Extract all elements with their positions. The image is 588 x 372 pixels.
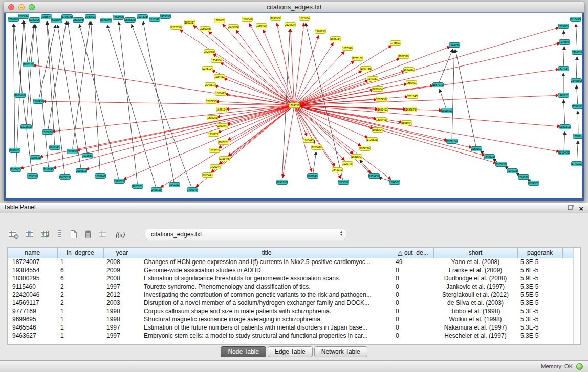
graph-node[interactable]: 21534451 bbox=[219, 156, 230, 161]
graph-node[interactable]: 17295312 bbox=[366, 137, 378, 142]
delete-table-icon[interactable] bbox=[83, 229, 93, 239]
column-header-2[interactable]: year bbox=[103, 248, 141, 258]
graph-node[interactable]: 20630941 bbox=[18, 14, 29, 19]
tab-node-table[interactable]: Node Table bbox=[221, 346, 266, 357]
table-row[interactable]: 969969511998Structural magnetic resonanc… bbox=[8, 315, 574, 323]
graph-node[interactable]: 18003414 bbox=[242, 17, 253, 22]
graph-node[interactable]: 22133421 bbox=[149, 17, 160, 22]
graph-node[interactable]: 18235614 bbox=[132, 184, 143, 189]
graph-node[interactable]: 22751243 bbox=[202, 66, 213, 71]
close-window-button[interactable]: × bbox=[8, 4, 14, 10]
table-row[interactable]: 2242004622012Investigating the contribut… bbox=[8, 291, 574, 299]
graph-node[interactable]: 17240372 bbox=[289, 103, 300, 108]
graph-node[interactable]: 18945962 bbox=[113, 15, 124, 20]
graph-node[interactable]: 17092403 bbox=[187, 187, 198, 192]
graph-node[interactable]: 16910314 bbox=[9, 148, 20, 153]
graph-node[interactable]: 24204562 bbox=[204, 49, 215, 54]
graph-node[interactable]: 16891403 bbox=[95, 173, 106, 179]
graph-node[interactable]: 18432106 bbox=[332, 167, 343, 172]
graph-node[interactable]: 16492312 bbox=[403, 67, 415, 72]
graph-node[interactable]: 20163124 bbox=[76, 168, 87, 173]
graph-node[interactable]: 16815434 bbox=[351, 154, 362, 159]
graph-node[interactable]: 19257704 bbox=[342, 161, 353, 166]
table-row[interactable]: 1456911722003Disruption of a novel membe… bbox=[8, 299, 574, 307]
graph-node[interactable]: 23145203 bbox=[518, 174, 529, 180]
graph-node[interactable]: 18304413 bbox=[376, 117, 387, 122]
graph-node[interactable]: 24145313 bbox=[572, 50, 582, 55]
graph-node[interactable]: 16961343 bbox=[330, 36, 341, 41]
graph-node[interactable]: 18184932 bbox=[215, 91, 226, 96]
graph-node[interactable]: 18903174 bbox=[184, 20, 195, 25]
graph-node[interactable]: 21050314 bbox=[10, 167, 21, 172]
graph-node[interactable]: 22104554 bbox=[558, 150, 570, 155]
graph-node[interactable]: 19235314 bbox=[20, 124, 32, 129]
column-header-6[interactable]: pagerank bbox=[517, 248, 562, 258]
graph-node[interactable]: 20791044 bbox=[446, 139, 458, 144]
minimize-window-button[interactable]: − bbox=[18, 4, 25, 10]
graph-node[interactable]: 26806652 bbox=[8, 17, 19, 22]
graph-node[interactable]: 16461045 bbox=[216, 107, 227, 112]
graph-node[interactable]: 19861301 bbox=[315, 29, 326, 34]
graph-node[interactable]: 19104524 bbox=[368, 173, 380, 179]
graph-node[interactable]: 19134457 bbox=[303, 138, 314, 143]
graph-node[interactable]: 15993214 bbox=[572, 104, 582, 109]
table-row[interactable]: 1872400712008Changes of HCN gene express… bbox=[8, 258, 574, 266]
zoom-window-button[interactable]: + bbox=[29, 4, 35, 10]
graph-node[interactable]: 19344323 bbox=[214, 74, 225, 79]
graph-node[interactable]: 19552243 bbox=[372, 127, 383, 133]
graph-node[interactable]: 19664906 bbox=[256, 23, 267, 28]
graph-node[interactable]: 22639503 bbox=[67, 149, 78, 154]
graph-node[interactable]: 21246271 bbox=[285, 22, 296, 27]
graph-node[interactable]: 18495213 bbox=[484, 154, 495, 159]
column-header-4[interactable]: △ out_de... bbox=[393, 248, 433, 258]
table-row[interactable]: 946362711997Embryonic stem cells: a mode… bbox=[8, 332, 574, 340]
table-row[interactable]: 977716911998Corpus callosum shape and si… bbox=[8, 307, 574, 315]
close-panel-icon[interactable]: × bbox=[579, 205, 583, 212]
graph-node[interactable]: 20893124 bbox=[559, 124, 571, 129]
graph-node[interactable]: 25091034 bbox=[558, 24, 569, 29]
graph-node[interactable]: 22860032 bbox=[200, 26, 211, 31]
network-canvas[interactable]: 2680665220630941218020631956544124848021… bbox=[6, 13, 582, 198]
column-header-3[interactable]: title bbox=[141, 248, 393, 258]
graph-node[interactable]: 23945012 bbox=[389, 180, 400, 185]
graph-node[interactable]: 17772032 bbox=[571, 161, 582, 166]
graph-node[interactable]: 24556301 bbox=[160, 14, 171, 19]
table-row[interactable]: 1938455462009Genome-wide association stu… bbox=[8, 266, 574, 274]
graph-node[interactable]: 17226024 bbox=[214, 18, 225, 23]
graph-node[interactable]: 20453174 bbox=[205, 82, 216, 87]
graph-node[interactable]: 18310424 bbox=[307, 173, 318, 179]
graph-node[interactable]: 19423124 bbox=[169, 182, 180, 187]
table-settings-icon[interactable] bbox=[8, 229, 19, 239]
tab-edge-table[interactable]: Edge Table bbox=[268, 346, 313, 357]
graph-node[interactable]: 17548341 bbox=[211, 58, 222, 63]
graph-node[interactable]: 19575103 bbox=[398, 54, 409, 59]
graph-node[interactable]: 20531024 bbox=[23, 62, 34, 67]
graph-node[interactable]: 17789143 bbox=[573, 134, 582, 139]
graph-node[interactable]: 19652013 bbox=[218, 140, 229, 145]
graph-node[interactable]: 19734414 bbox=[202, 172, 213, 178]
graph-node[interactable]: 21950213 bbox=[114, 179, 125, 184]
graph-node[interactable]: 18126544 bbox=[299, 16, 310, 21]
graph-node[interactable]: 19452312 bbox=[558, 93, 569, 98]
graph-node[interactable]: 17604903 bbox=[311, 145, 322, 150]
graph-node[interactable]: 18302012 bbox=[207, 115, 218, 120]
column-header-1[interactable]: in_degree bbox=[57, 248, 103, 258]
graph-node[interactable]: 20116003 bbox=[441, 108, 452, 113]
graph-node[interactable]: 19565441 bbox=[41, 14, 52, 19]
graph-node[interactable]: 19477663 bbox=[360, 66, 372, 71]
graph-node[interactable]: 18554914 bbox=[406, 80, 417, 85]
graph-node[interactable]: 23020937 bbox=[73, 17, 84, 23]
graph-node[interactable]: 19013232 bbox=[137, 14, 148, 19]
column-header-5[interactable]: short bbox=[433, 248, 517, 258]
graph-node[interactable]: 25260503 bbox=[42, 129, 53, 135]
float-panel-icon[interactable] bbox=[568, 204, 574, 213]
graph-node[interactable]: 16934210 bbox=[377, 107, 388, 112]
tab-network-table[interactable]: Network Table bbox=[314, 346, 367, 357]
graph-node[interactable]: 16895714 bbox=[405, 107, 417, 112]
graph-node[interactable]: 16969367 bbox=[270, 16, 281, 21]
graph-node[interactable]: 18277341 bbox=[558, 66, 569, 71]
graph-node[interactable]: 20245012 bbox=[528, 181, 539, 186]
column-visibility-icon[interactable] bbox=[25, 229, 35, 239]
graph-node[interactable]: 17701024 bbox=[352, 56, 363, 61]
graph-node[interactable]: 17999364 bbox=[61, 14, 73, 19]
